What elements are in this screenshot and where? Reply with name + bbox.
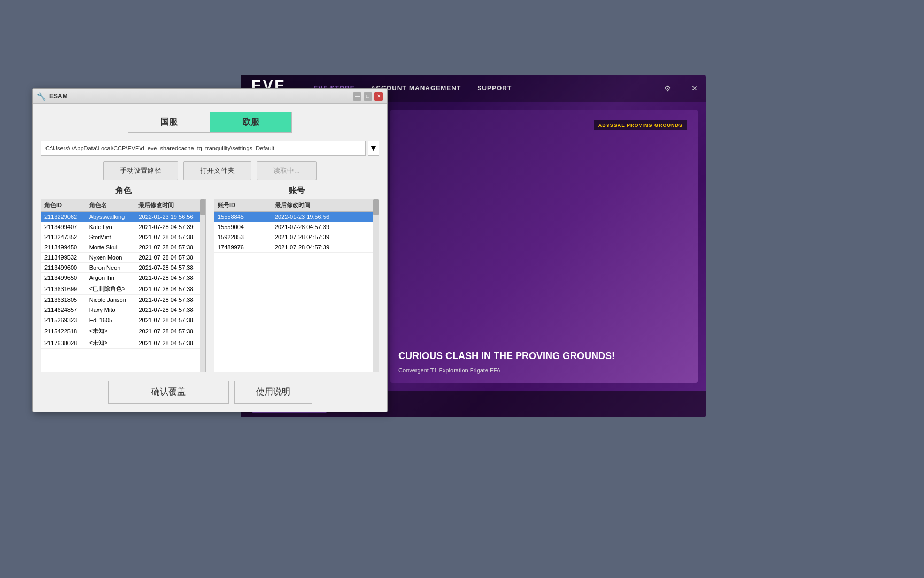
acct-id-cell: 17489976 [214,242,272,253]
server-cn-button[interactable]: 国服 [128,112,210,133]
col-char-time: 最后修改时间 [135,199,205,212]
acct-time-cell: 2021-07-28 04:57:39 [272,222,379,232]
character-scroll-thumb [200,199,205,215]
table-row[interactable]: 2113631699 <已删除角色> 2021-07-28 04:57:38 [41,283,205,295]
account-scrollbar[interactable] [373,199,379,372]
char-time-cell: 2021-07-28 04:57:38 [135,305,205,315]
char-time-cell: 2021-07-28 04:57:39 [135,222,205,232]
char-name-cell: <未知> [86,325,136,337]
char-name-cell: Argon Tin [86,273,136,283]
help-button[interactable]: 使用说明 [234,381,312,404]
set-path-button[interactable]: 手动设置路径 [103,161,178,180]
char-id-cell: 2117638028 [41,337,86,349]
char-name-cell: Kate Lyn [86,222,136,232]
confirm-overwrite-button[interactable]: 确认覆盖 [108,381,229,404]
char-id-cell: 2113631805 [41,295,86,305]
table-row[interactable]: 2117638028 <未知> 2021-07-28 04:57:38 [41,337,205,349]
esam-title: ESAM [49,93,351,100]
char-name-cell: Raxy Mito [86,305,136,315]
table-row[interactable]: 2113499650 Argon Tin 2021-07-28 04:57:38 [41,273,205,283]
char-time-cell: 2021-07-28 04:57:38 [135,273,205,283]
character-section: 角色 角色ID 角色名 最后修改时间 2113229062 Abysswal [41,186,206,372]
tables-row: 角色 角色ID 角色名 最后修改时间 2113229062 Abysswal [41,186,379,372]
char-name-cell: StorMint [86,232,136,242]
eve-banner-right: ABYSSAL PROVING GROUNDS CURIOUS CLASH IN… [390,110,698,383]
character-section-title: 角色 [41,186,206,196]
char-time-cell: 2021-07-28 04:57:38 [135,263,205,273]
esam-close-button[interactable]: ✕ [374,92,383,101]
acct-id-cell: 15558845 [214,212,272,222]
eve-minimize-button[interactable]: — [677,84,685,93]
eve-window-controls: ⚙ — ✕ [664,84,698,93]
char-id-cell: 2113499450 [41,242,86,253]
account-section-title: 账号 [214,186,379,196]
char-id-cell: 2113499650 [41,273,86,283]
table-row[interactable]: 2113499407 Kate Lyn 2021-07-28 04:57:39 [41,222,205,232]
account-section: 账号 账号ID 最后修改时间 15558845 2022-01-23 19:56… [214,186,379,372]
table-row[interactable]: 15922853 2021-07-28 04:57:39 [214,232,379,242]
char-time-cell: 2021-07-28 04:57:38 [135,295,205,305]
table-row[interactable]: 17489976 2021-07-28 04:57:39 [214,242,379,253]
nav-support[interactable]: SUPPORT [477,85,512,92]
acct-id-cell: 15559004 [214,222,272,232]
esam-restore-button[interactable]: □ [364,92,372,101]
esam-minimize-button[interactable]: — [353,92,361,101]
acct-time-cell: 2021-07-28 04:57:39 [272,242,379,253]
character-scrollbar[interactable] [200,199,205,372]
table-row[interactable]: 15558845 2022-01-23 19:56:56 [214,212,379,222]
esam-window: 🔧 ESAM — □ ✕ 国服 欧服 C:\Users\ \AppData\Lo… [32,88,388,412]
character-table: 角色ID 角色名 最后修改时间 2113229062 Abysswalking … [41,199,205,349]
acct-time-cell: 2022-01-23 19:56:56 [272,212,379,222]
table-row[interactable]: 15559004 2021-07-28 04:57:39 [214,222,379,232]
table-row[interactable]: 2113631805 Nicole Janson 2021-07-28 04:5… [41,295,205,305]
char-name-cell: Boron Neon [86,263,136,273]
table-row[interactable]: 2113499532 Nyxen Moon 2021-07-28 04:57:3… [41,253,205,263]
table-row[interactable]: 2115269323 Edi 1605 2021-07-28 04:57:38 [41,315,205,325]
char-id-cell: 2115422518 [41,325,86,337]
eve-settings-button[interactable]: ⚙ [664,84,671,93]
bottom-buttons: 确认覆盖 使用说明 [41,381,379,404]
esam-titlebar: 🔧 ESAM — □ ✕ [33,89,387,104]
table-row[interactable]: 2113499600 Boron Neon 2021-07-28 04:57:3… [41,263,205,273]
table-row[interactable]: 2114624857 Raxy Mito 2021-07-28 04:57:38 [41,305,205,315]
char-id-cell: 2114624857 [41,305,86,315]
char-time-cell: 2021-07-28 04:57:38 [135,253,205,263]
table-row[interactable]: 2115422518 <未知> 2021-07-28 04:57:38 [41,325,205,337]
char-time-cell: 2021-07-28 04:57:38 [135,337,205,349]
path-dropdown-button[interactable]: ▼ [368,141,379,156]
char-id-cell: 2113499532 [41,253,86,263]
table-row[interactable]: 2113229062 Abysswalking 2022-01-23 19:56… [41,212,205,222]
char-time-cell: 2022-01-23 19:56:56 [135,212,205,222]
account-scroll-thumb [373,199,379,215]
char-name-cell: Morte Skull [86,242,136,253]
char-time-cell: 2021-07-28 04:57:38 [135,283,205,295]
char-id-cell: 2113499600 [41,263,86,273]
char-name-cell: Nyxen Moon [86,253,136,263]
char-name-cell: Edi 1605 [86,315,136,325]
path-row: C:\Users\ \AppData\Local\CCP\EVE\d_eve_s… [41,141,379,156]
acct-time-cell: 2021-07-28 04:57:39 [272,232,379,242]
char-time-cell: 2021-07-28 04:57:38 [135,325,205,337]
open-folder-button[interactable]: 打开文件夹 [183,161,251,180]
table-row[interactable]: 2113499450 Morte Skull 2021-07-28 04:57:… [41,242,205,253]
reading-button[interactable]: 读取中... [257,161,317,180]
col-acct-time: 最后修改时间 [272,199,379,212]
col-char-name: 角色名 [86,199,136,212]
path-display: C:\Users\ \AppData\Local\CCP\EVE\d_eve_s… [41,141,366,156]
char-name-cell: Abysswalking [86,212,136,222]
action-buttons: 手动设置路径 打开文件夹 读取中... [41,161,379,180]
char-id-cell: 2113499407 [41,222,86,232]
col-acct-id: 账号ID [214,199,272,212]
table-row[interactable]: 2113247352 StorMint 2021-07-28 04:57:38 [41,232,205,242]
char-time-cell: 2021-07-28 04:57:38 [135,315,205,325]
character-table-wrapper: 角色ID 角色名 最后修改时间 2113229062 Abysswalking … [41,199,206,372]
col-char-id: 角色ID [41,199,86,212]
char-name-cell: <已删除角色> [86,283,136,295]
eve-close-button[interactable]: ✕ [691,84,698,93]
char-id-cell: 2115269323 [41,315,86,325]
char-name-cell: Nicole Janson [86,295,136,305]
server-eu-button[interactable]: 欧服 [210,112,292,133]
curious-title: CURIOUS CLASH IN THE PROVING GROUNDS! [398,351,690,362]
esam-title-icon: 🔧 [37,92,46,101]
char-id-cell: 2113229062 [41,212,86,222]
